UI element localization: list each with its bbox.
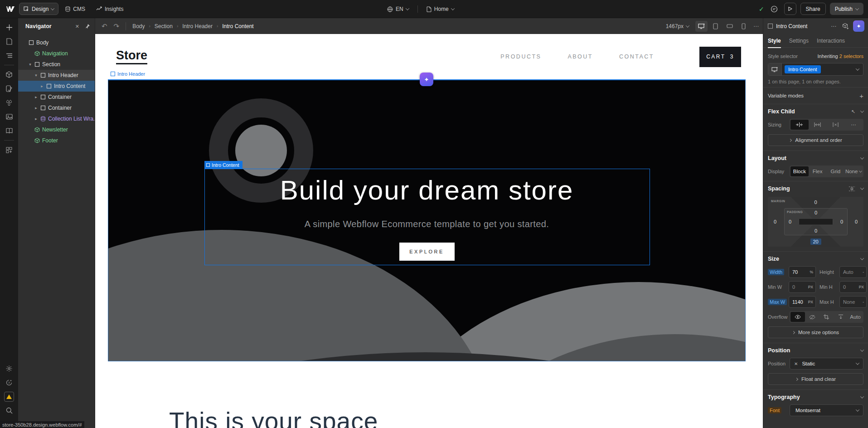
tree-expand-icon[interactable]: ▸ xyxy=(34,95,38,99)
min-height-unit[interactable]: PX xyxy=(859,285,864,289)
webflow-logo-icon[interactable] xyxy=(5,4,16,14)
breadcrumb-item-current[interactable]: Intro Content xyxy=(222,23,253,29)
sizing-grow-button[interactable] xyxy=(809,120,827,130)
min-width-unit[interactable]: PX xyxy=(808,285,813,289)
settings-button[interactable] xyxy=(0,361,18,375)
tree-expand-icon[interactable]: ▸ xyxy=(34,117,38,121)
navigator-item-intro-content[interactable]: ▸Intro Content xyxy=(18,81,95,92)
intro-header-selection-label[interactable]: Intro Header xyxy=(111,71,145,77)
intro-content-selection-badge[interactable]: Intro Content xyxy=(204,161,242,169)
corner-arrow-icon[interactable]: ↖ xyxy=(851,109,855,115)
ai-assistant-button[interactable]: ✦ xyxy=(853,20,864,32)
display-flex-button[interactable]: Flex xyxy=(809,166,827,176)
canvas-width-dropdown[interactable]: 1467px xyxy=(666,23,689,29)
more-size-options-button[interactable]: More size options xyxy=(768,326,863,338)
overflow-hidden-button[interactable] xyxy=(805,312,820,322)
tree-expand-icon[interactable]: ▾ xyxy=(34,73,38,78)
margin-top-value[interactable]: 0 xyxy=(814,199,817,205)
nav-link-about[interactable]: ABOUT xyxy=(567,54,593,60)
height-input[interactable]: Auto- xyxy=(839,266,867,278)
close-icon[interactable]: ✕ xyxy=(75,24,79,29)
create-component-button[interactable] xyxy=(841,22,849,30)
navigator-button[interactable] xyxy=(0,49,18,63)
padding-left-value[interactable]: 0 xyxy=(789,219,791,224)
tree-expand-icon[interactable]: ▾ xyxy=(28,62,32,67)
sizing-more-button[interactable]: ⋯ xyxy=(844,120,863,130)
style-selector-input[interactable]: Intro Content xyxy=(768,63,863,76)
redo-button[interactable]: ↷ xyxy=(114,22,120,30)
display-block-button[interactable]: Block xyxy=(790,166,809,176)
sizing-shrink-button[interactable] xyxy=(790,120,809,130)
max-width-input[interactable]: 1140PX xyxy=(789,296,816,308)
tab-interactions[interactable]: Interactions xyxy=(817,34,845,48)
undo-button[interactable]: ↶ xyxy=(102,22,107,30)
padding-bottom-value[interactable]: 0 xyxy=(815,228,817,233)
float-and-clear-button[interactable]: Float and clear xyxy=(768,373,863,385)
tree-expand-icon[interactable]: ▸ xyxy=(34,106,38,110)
help-button[interactable]: ? xyxy=(0,375,18,389)
insights-button[interactable]: Insights xyxy=(92,3,127,15)
overflow-visible-button[interactable] xyxy=(790,312,805,322)
sizing-none-button[interactable] xyxy=(827,120,845,130)
design-mode-button[interactable]: Design xyxy=(19,3,58,15)
upgrade-button[interactable] xyxy=(0,389,18,404)
navigator-item-newsletter[interactable]: Newsletter xyxy=(18,124,95,135)
preview-button[interactable] xyxy=(784,3,796,15)
margin-bottom-value[interactable]: 20 xyxy=(810,238,821,245)
position-select[interactable]: ✕ Static xyxy=(790,358,863,370)
overflow-clip-button[interactable] xyxy=(834,312,848,322)
breadcrumb-item[interactable]: Body xyxy=(132,23,145,29)
max-width-unit[interactable]: PX xyxy=(808,300,813,304)
page-switcher[interactable]: Home xyxy=(422,3,458,15)
navigator-item-container[interactable]: ▸Container xyxy=(18,92,95,102)
cms-button[interactable]: CMS xyxy=(61,3,89,15)
pages-button[interactable] xyxy=(0,34,18,49)
pin-icon[interactable] xyxy=(85,24,90,29)
max-height-input[interactable]: None- xyxy=(839,296,867,308)
chevron-down-icon[interactable] xyxy=(860,394,864,398)
font-select[interactable]: Montserrat xyxy=(790,404,863,416)
nav-link-products[interactable]: PRODUCTS xyxy=(500,54,541,60)
locale-switcher[interactable]: EN xyxy=(383,3,413,15)
clear-icon[interactable]: ✕ xyxy=(794,361,798,366)
navigator-item-intro-header[interactable]: ▾Intro Header xyxy=(18,70,95,81)
chevron-down-icon[interactable] xyxy=(860,186,864,190)
libraries-button[interactable] xyxy=(0,124,18,138)
variables-button[interactable] xyxy=(0,96,18,110)
more-breakpoints-button[interactable]: ⋯ xyxy=(753,23,759,29)
navigator-item-footer[interactable]: Footer xyxy=(18,135,95,146)
apps-button[interactable] xyxy=(0,143,18,157)
navigator-item-body[interactable]: Body xyxy=(18,37,95,48)
display-none-button[interactable]: None xyxy=(844,166,863,176)
assets-button[interactable] xyxy=(0,110,18,124)
tab-settings[interactable]: Settings xyxy=(789,34,809,48)
chevron-down-icon[interactable] xyxy=(860,156,864,159)
breadcrumb-item[interactable]: Intro Header xyxy=(182,23,213,29)
tab-style[interactable]: Style xyxy=(768,34,781,48)
margin-left-value[interactable]: 0 xyxy=(774,219,776,224)
explore-button[interactable]: EXPLORE xyxy=(399,243,455,261)
search-button[interactable] xyxy=(0,404,18,418)
add-variable-mode-button[interactable]: + xyxy=(859,92,863,100)
navigator-item-section[interactable]: ▾Section xyxy=(18,59,95,70)
comments-button[interactable] xyxy=(768,3,780,15)
cart-button[interactable]: CART 3 xyxy=(699,47,741,67)
margin-right-value[interactable]: 0 xyxy=(855,219,858,224)
breakpoint-desktop-button[interactable] xyxy=(695,21,708,32)
alignment-and-order-button[interactable]: Alignment and order xyxy=(768,134,863,146)
min-height-input[interactable]: 0PX xyxy=(839,281,867,293)
site-logo[interactable]: Store xyxy=(116,49,147,64)
share-button[interactable]: Share xyxy=(800,3,826,15)
chevron-down-icon[interactable] xyxy=(860,348,864,351)
navigator-item-navigation[interactable]: Navigation xyxy=(18,48,95,59)
add-elements-button[interactable] xyxy=(0,20,18,34)
min-width-input[interactable]: 0PX xyxy=(789,281,816,293)
navigator-item-collection-list-wra[interactable]: ▸Collection List Wra... xyxy=(18,113,95,124)
chevron-down-icon[interactable] xyxy=(860,256,864,260)
padding-right-value[interactable]: 0 xyxy=(840,219,843,224)
display-grid-button[interactable]: Grid xyxy=(827,166,845,176)
tree-expand-icon[interactable]: ▸ xyxy=(40,84,44,88)
selector-class-chip[interactable]: Intro Content xyxy=(785,65,821,73)
height-unit[interactable]: - xyxy=(863,270,864,274)
width-unit[interactable]: % xyxy=(810,270,813,274)
